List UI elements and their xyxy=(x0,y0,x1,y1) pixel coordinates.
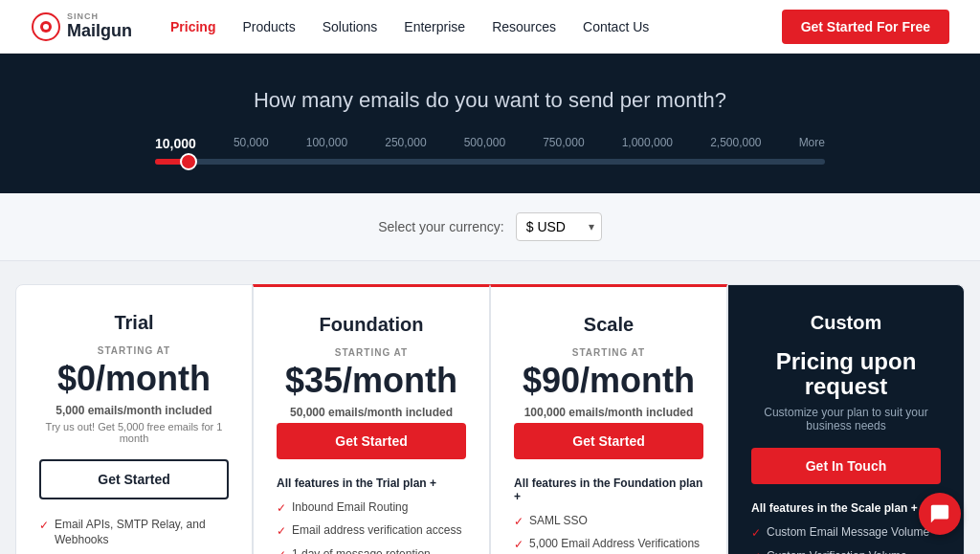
custom-features-list: ✓Custom Email Message Volume ✓Custom Ver… xyxy=(751,524,941,554)
foundation-features-list: ✓Inbound Email Routing ✓Email address ve… xyxy=(277,499,466,554)
slider-label-750k: 750,000 xyxy=(543,136,584,151)
email-volume-slider-container: 10,000 50,000 100,000 250,000 500,000 75… xyxy=(155,136,825,165)
check-icon: ✓ xyxy=(514,537,523,553)
check-icon: ✓ xyxy=(751,525,761,542)
slider-thumb[interactable] xyxy=(180,153,197,170)
custom-price: Pricing upon request xyxy=(751,349,941,400)
foundation-card-name: Foundation xyxy=(277,314,466,336)
trial-get-started-button[interactable]: Get Started xyxy=(39,459,229,499)
currency-section: Select your currency: $ USD € EUR £ GBP xyxy=(0,193,980,261)
nav-pricing[interactable]: Pricing xyxy=(170,19,215,34)
slider-label-250k: 250,000 xyxy=(385,136,426,151)
navbar: SINCH Mailgun Pricing Products Solutions… xyxy=(0,0,980,54)
foundation-feature-2: ✓Email address verification access xyxy=(277,522,466,540)
foundation-get-started-button[interactable]: Get Started xyxy=(277,423,466,459)
scale-feature-1: ✓SAML SSO xyxy=(514,513,703,530)
check-icon: ✓ xyxy=(514,514,523,530)
slider-label-500k: 500,000 xyxy=(464,136,505,151)
slider-labels: 10,000 50,000 100,000 250,000 500,000 75… xyxy=(155,136,825,151)
custom-get-in-touch-button[interactable]: Get In Touch xyxy=(751,448,941,484)
check-icon: ✓ xyxy=(751,549,761,554)
hero-section: How many emails do you want to send per … xyxy=(0,54,980,193)
nav-contact[interactable]: Contact Us xyxy=(583,19,649,34)
slider-label-2-5m: 2,500,000 xyxy=(710,136,761,151)
currency-wrapper: $ USD € EUR £ GBP xyxy=(516,212,602,241)
nav-solutions[interactable]: Solutions xyxy=(323,19,378,34)
scale-get-started-button[interactable]: Get Started xyxy=(514,423,703,459)
nav-resources[interactable]: Resources xyxy=(492,19,556,34)
custom-features-header: All features in the Scale plan + xyxy=(751,501,941,515)
check-icon: ✓ xyxy=(277,500,286,517)
pricing-cards-grid: Trial STARTING AT $0/month 5,000 emails/… xyxy=(15,284,965,554)
scale-starting-at: STARTING AT xyxy=(514,347,703,358)
slider-label-50k: 50,000 xyxy=(234,136,269,151)
slider-label-100k: 100,000 xyxy=(306,136,347,151)
trial-price-sub: 5,000 emails/month included xyxy=(39,404,229,417)
foundation-feature-1: ✓Inbound Email Routing xyxy=(277,499,466,517)
custom-price-sub: Customize your plan to suit your busines… xyxy=(751,406,941,432)
custom-feature-2: ✓Custom Verification Volume xyxy=(751,548,941,554)
chat-bubble-button[interactable] xyxy=(919,493,961,535)
slider-label-more: More xyxy=(799,136,825,151)
mailgun-logo-icon xyxy=(31,11,61,42)
scale-feature-2: ✓5,000 Email Address Verifications xyxy=(514,536,703,553)
custom-feature-1: ✓Custom Email Message Volume xyxy=(751,524,941,542)
check-icon: ✓ xyxy=(277,547,286,554)
foundation-price: $35/month xyxy=(277,362,466,400)
trial-feature-1: ✓Email APIs, SMTP Relay, and Webhooks xyxy=(39,517,229,549)
chat-icon xyxy=(929,503,950,524)
slider-label-1m: 1,000,000 xyxy=(622,136,673,151)
currency-select[interactable]: $ USD € EUR £ GBP xyxy=(516,212,602,241)
get-started-button[interactable]: Get Started For Free xyxy=(782,10,949,44)
foundation-card: Foundation STARTING AT $35/month 50,000 … xyxy=(253,284,490,554)
nav-links: Pricing Products Solutions Enterprise Re… xyxy=(170,19,782,34)
custom-card-name: Custom xyxy=(751,312,941,334)
svg-point-2 xyxy=(43,24,49,30)
logo[interactable]: SINCH Mailgun xyxy=(31,11,132,42)
foundation-price-sub: 50,000 emails/month included xyxy=(277,406,466,419)
scale-price: $90/month xyxy=(514,362,703,400)
foundation-feature-3: ✓1 day of message retention xyxy=(277,546,466,554)
trial-card: Trial STARTING AT $0/month 5,000 emails/… xyxy=(15,284,253,554)
foundation-features-header: All features in the Trial plan + xyxy=(277,476,466,490)
currency-label: Select your currency: xyxy=(378,219,504,234)
slider-label-10k: 10,000 xyxy=(155,136,196,151)
currency-selector: Select your currency: $ USD € EUR £ GBP xyxy=(378,212,602,241)
scale-features-header: All features in the Foundation plan + xyxy=(514,476,703,503)
scale-card: Scale STARTING AT $90/month 100,000 emai… xyxy=(490,284,727,554)
trial-price: $0/month xyxy=(39,360,229,398)
check-icon: ✓ xyxy=(277,523,286,540)
scale-features-list: ✓SAML SSO ✓5,000 Email Address Verificat… xyxy=(514,513,703,554)
scale-price-sub: 100,000 emails/month included xyxy=(514,406,703,419)
scale-card-name: Scale xyxy=(514,314,703,336)
foundation-starting-at: STARTING AT xyxy=(277,347,466,358)
trial-price-note: Try us out! Get 5,000 free emails for 1 … xyxy=(39,421,229,444)
slider-track xyxy=(155,159,825,165)
trial-starting-at: STARTING AT xyxy=(39,345,229,356)
logo-text: SINCH Mailgun xyxy=(67,11,132,41)
hero-title: How many emails do you want to send per … xyxy=(19,88,961,113)
pricing-section: Trial STARTING AT $0/month 5,000 emails/… xyxy=(0,261,980,554)
trial-card-name: Trial xyxy=(39,312,229,334)
trial-features-list: ✓Email APIs, SMTP Relay, and Webhooks ✓S… xyxy=(39,517,229,554)
check-icon: ✓ xyxy=(39,518,49,534)
nav-enterprise[interactable]: Enterprise xyxy=(404,19,465,34)
nav-products[interactable]: Products xyxy=(242,19,295,34)
